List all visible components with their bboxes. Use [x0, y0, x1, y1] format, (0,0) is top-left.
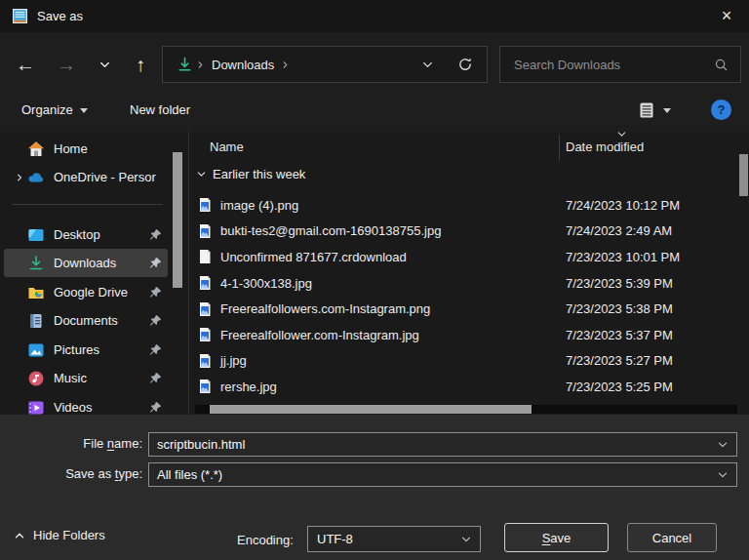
chevron-up-icon: [14, 530, 25, 541]
pictures-icon: [27, 341, 45, 359]
sidebar-scrollbar[interactable]: [173, 152, 182, 288]
table-row[interactable]: rershe.jpg 7/23/2023 5:25 PM: [189, 374, 749, 400]
encoding-select[interactable]: UTF-8: [307, 526, 481, 552]
table-row[interactable]: Unconfirmed 871677.crdownload 7/23/2023 …: [189, 244, 749, 270]
sidebar-item-google-drive[interactable]: Google Drive: [4, 278, 168, 306]
pin-icon: [148, 257, 162, 270]
sidebar-item-home[interactable]: Home: [4, 135, 168, 163]
close-button[interactable]: ×: [704, 0, 749, 32]
column-separator[interactable]: [559, 135, 560, 161]
breadcrumb-downloads[interactable]: Downloads: [212, 58, 274, 72]
table-row[interactable]: image (4).png 7/24/2023 10:12 PM: [189, 192, 749, 219]
table-row[interactable]: Freerealfollowers.com-Instagram.png 7/23…: [189, 296, 749, 322]
pin-icon: [148, 286, 162, 300]
file-icon: [197, 249, 213, 264]
group-header[interactable]: Earlier this week: [196, 167, 305, 181]
chevron-down-icon[interactable]: [717, 469, 729, 481]
sidebar-item-pictures[interactable]: Pictures: [4, 336, 168, 364]
sidebar-item-downloads[interactable]: Downloads: [4, 249, 168, 277]
encoding-value: UTF-8: [317, 532, 353, 546]
new-folder-button[interactable]: New folder: [130, 88, 190, 132]
help-icon: ?: [711, 100, 731, 120]
list-view-icon: [637, 100, 656, 120]
sidebar-item-label: OneDrive - Persor: [54, 170, 168, 184]
address-dropdown-icon[interactable]: [421, 59, 434, 71]
notepad-icon: [12, 8, 28, 24]
search-input[interactable]: Search Downloads: [499, 46, 741, 83]
recent-locations-icon[interactable]: [89, 49, 120, 80]
save-as-type-select[interactable]: All files (*.*): [148, 462, 737, 487]
table-row[interactable]: bukti-tes2@gmail.com-1690138755.jpg 7/24…: [189, 219, 749, 245]
google-drive-icon: [27, 284, 45, 301]
image-file-icon: [197, 275, 213, 291]
column-header-date-modified[interactable]: Date modified: [566, 140, 644, 154]
sidebar: Home OneDrive - Persor: [0, 132, 188, 415]
file-name-input[interactable]: scriptbucin.html: [148, 432, 737, 457]
file-list: Name Date modified Earlier this week ima…: [189, 132, 749, 415]
sidebar-item-label: Documents: [54, 313, 148, 328]
sidebar-section-divider: [12, 204, 163, 205]
sidebar-item-onedrive[interactable]: OneDrive - Persor: [4, 163, 168, 191]
sidebar-item-label: Pictures: [54, 342, 148, 357]
onedrive-cloud-icon: [27, 169, 45, 186]
help-button[interactable]: ?: [711, 88, 731, 132]
sidebar-item-videos[interactable]: Videos: [4, 393, 168, 415]
refresh-icon[interactable]: [457, 57, 473, 72]
sidebar-item-documents[interactable]: Documents: [4, 306, 168, 335]
table-row[interactable]: 4-1-300x138.jpg 7/23/2023 5:39 PM: [189, 270, 749, 297]
sidebar-item-desktop[interactable]: Desktop: [4, 220, 168, 249]
file-name-label: File name:: [0, 436, 142, 451]
desktop-icon: [27, 226, 45, 244]
table-row[interactable]: jj.jpg 7/23/2023 5:27 PM: [189, 348, 749, 375]
image-file-icon: [197, 197, 213, 213]
command-toolbar: Organize New folder ?: [0, 88, 749, 132]
back-button[interactable]: ←: [10, 49, 41, 80]
search-placeholder: Search Downloads: [514, 58, 714, 72]
save-as-dialog: Save as × ← → ↑ Downloads: [0, 0, 749, 560]
chevron-right-icon[interactable]: [12, 173, 27, 182]
save-button[interactable]: Save: [504, 523, 609, 552]
sidebar-item-label: Music: [54, 371, 148, 385]
navigation-bar: ← → ↑ Downloads: [0, 32, 749, 88]
up-button[interactable]: ↑: [125, 49, 156, 80]
downloads-location-icon: [177, 57, 193, 73]
column-header-name[interactable]: Name: [210, 140, 244, 154]
sidebar-item-label: Google Drive: [54, 285, 148, 300]
hide-folders-button[interactable]: Hide Folders: [14, 528, 105, 542]
sidebar-item-music[interactable]: Music: [4, 364, 168, 392]
image-file-icon: [197, 353, 213, 369]
image-file-icon: [197, 223, 213, 239]
search-icon: [714, 58, 729, 72]
window-title: Save as: [37, 9, 83, 23]
downloads-icon: [27, 255, 45, 272]
pin-icon: [148, 314, 162, 328]
save-as-type-value: All files (*.*): [157, 467, 222, 482]
documents-icon: [27, 312, 45, 330]
organize-button[interactable]: Organize: [21, 88, 88, 132]
image-file-icon: [197, 301, 213, 317]
view-mode-button[interactable]: [637, 88, 671, 132]
image-file-icon: [197, 379, 213, 394]
forward-button[interactable]: →: [51, 49, 82, 80]
sidebar-item-label: Downloads: [54, 256, 148, 270]
bottom-panel: File name: scriptbucin.html Save as type…: [0, 415, 749, 560]
titlebar: Save as ×: [0, 0, 749, 32]
file-list-horizontal-scrollbar[interactable]: [195, 405, 737, 414]
horizontal-scrollbar-thumb[interactable]: [210, 405, 532, 414]
file-list-vertical-scrollbar[interactable]: [739, 154, 748, 196]
hide-folders-label: Hide Folders: [33, 528, 105, 542]
table-row[interactable]: Freerealfollower.com-Instagram.jpg 7/23/…: [189, 322, 749, 348]
music-icon: [27, 370, 45, 387]
main-area: Home OneDrive - Persor: [0, 132, 749, 415]
pin-icon: [148, 401, 162, 415]
sidebar-item-label: Home: [54, 141, 168, 156]
chevron-down-icon[interactable]: [460, 534, 472, 545]
pin-icon: [148, 343, 162, 357]
videos-icon: [27, 399, 45, 416]
chevron-down-icon[interactable]: [717, 439, 729, 451]
address-bar[interactable]: Downloads: [162, 46, 488, 83]
cancel-button[interactable]: Cancel: [627, 523, 717, 552]
file-rows: image (4).png 7/24/2023 10:12 PM bukti-t…: [189, 192, 749, 400]
breadcrumb-chevron-icon[interactable]: [281, 60, 290, 69]
pin-icon: [148, 372, 162, 385]
